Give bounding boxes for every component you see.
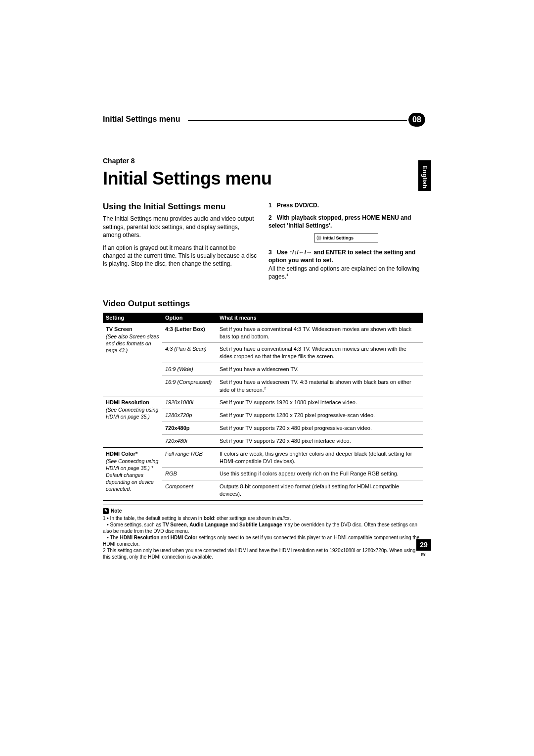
step-2-text: With playback stopped, press HOME MENU a… [268, 214, 411, 229]
setting-subnote: (See Connecting using HDMI on page 35.) … [106, 458, 159, 493]
video-output-table: Setting Option What it means TV Screen(S… [103, 313, 423, 501]
col-meaning: What it means [217, 313, 423, 323]
video-output-heading: Video Output settings [103, 298, 423, 310]
meaning-cell: Set if your TV supports 1920 x 1080 pixe… [217, 396, 423, 409]
option-text: 16:9 (Compressed) [165, 379, 212, 385]
meaning-cell: If colors are weak, this gives brighter … [217, 447, 423, 468]
page-number-box: 29 En [416, 539, 431, 558]
option-text: 4:3 (Letter Box) [165, 326, 205, 332]
option-cell: 1920x1080i [162, 396, 217, 409]
page-locale: En [416, 551, 431, 558]
option-cell: 720x480i [162, 434, 217, 447]
osd-initial-settings-box: Initial Settings [314, 234, 378, 242]
setting-cell: HDMI Color*(See Connecting using HDMI on… [103, 447, 162, 500]
n1p: HDMI Color [171, 535, 197, 540]
footref: 2 [264, 386, 266, 390]
option-text: Component [165, 483, 193, 489]
step-1-num: 1 [268, 202, 272, 209]
osd-label: Initial Settings [323, 235, 354, 241]
meaning-cell: Set if your TV supports 720 x 480 pixel … [217, 434, 423, 447]
svg-point-1 [318, 237, 319, 239]
step-1-text: Press DVD/CD. [277, 202, 319, 209]
using-p1: The Initial Settings menu provides audio… [103, 215, 258, 239]
header-band: Initial Settings menu 08 [103, 114, 423, 128]
setting-title: HDMI Resolution [106, 399, 149, 405]
option-text: 720x480i [165, 438, 187, 444]
gear-icon [316, 236, 321, 240]
option-text: 1280x720p [165, 412, 192, 418]
table-row: HDMI Resolution(See Connecting using HDM… [103, 396, 423, 409]
option-cell: 4:3 (Letter Box) [162, 323, 217, 343]
using-heading: Using the Initial Settings menu [103, 201, 258, 213]
n1n: HDMI Resolution [120, 535, 159, 540]
header-title: Initial Settings menu [99, 114, 188, 125]
meaning-cell: Set if you have a conventional 4:3 TV. W… [217, 343, 423, 363]
setting-subnote: (See Connecting using HDMI on page 35.) [106, 406, 159, 420]
note-1: 1 • In the table, the default setting is… [103, 515, 423, 547]
arrow-icons: ↑/↓/←/→ [289, 249, 312, 256]
page-number: 29 [416, 539, 431, 551]
option-text: 16:9 (Wide) [165, 366, 193, 372]
option-cell: 4:3 (Pan & Scan) [162, 343, 217, 363]
col-option: Option [162, 313, 217, 323]
note-label: ✎ Note [103, 508, 122, 514]
chapter-title: Initial Settings menu [103, 167, 423, 191]
step-3: 3 Use ↑/↓/←/→ and ENTER to select the se… [268, 248, 423, 281]
table-row: TV Screen(See also Screen sizes and disc… [103, 323, 423, 343]
note-2: 2 This setting can only be used when you… [103, 547, 423, 560]
chapter-number-badge: 08 [408, 113, 425, 127]
n1e: . [290, 516, 291, 521]
table-row: HDMI Color*(See Connecting using HDMI on… [103, 447, 423, 468]
left-column: Using the Initial Settings menu The Init… [103, 201, 258, 284]
option-cell: 720x480p [162, 422, 217, 434]
setting-title: HDMI Color* [106, 451, 137, 457]
step-3-desc: All the settings and options are explain… [268, 265, 420, 280]
option-cell: RGB [162, 468, 217, 480]
option-cell: Component [162, 480, 217, 501]
n1a: 1 • In the table, the default setting is… [103, 516, 204, 521]
right-column: 1 Press DVD/CD. 2 With playback stopped,… [268, 201, 423, 284]
n1m: • The [107, 535, 120, 540]
meaning-cell: Outputs 8-bit component video format (de… [217, 480, 423, 501]
n1k: Subtitle Language [239, 522, 282, 527]
step-3-num: 3 [268, 249, 272, 256]
option-cell: 16:9 (Compressed) [162, 376, 217, 396]
chapter-label: Chapter 8 [103, 156, 423, 166]
note-label-text: Note [111, 508, 122, 514]
n1i: Audio Language [189, 522, 228, 527]
setting-cell: TV Screen(See also Screen sizes and disc… [103, 323, 162, 396]
option-cell: Full range RGB [162, 447, 217, 468]
n1o: and [159, 535, 170, 540]
setting-title: TV Screen [106, 326, 133, 332]
setting-subnote: (See also Screen sizes and disc formats … [106, 333, 159, 354]
meaning-cell: Set if you have a conventional 4:3 TV. W… [217, 323, 423, 343]
setting-cell: HDMI Resolution(See Connecting using HDM… [103, 396, 162, 447]
meaning-cell: Use this setting if colors appear overly… [217, 468, 423, 480]
note-icon: ✎ [103, 508, 109, 514]
note-block: ✎ Note 1 • In the table, the default set… [103, 505, 423, 561]
option-text: 1920x1080i [165, 399, 193, 405]
n1j: and [228, 522, 239, 527]
meaning-cell: Set if your TV supports 1280 x 720 pixel… [217, 409, 423, 422]
step-1: 1 Press DVD/CD. [268, 201, 423, 209]
meaning-cell: Set if you have a widescreen TV. [217, 363, 423, 376]
svg-marker-0 [316, 236, 320, 240]
option-text: RGB [165, 471, 177, 476]
table-header-row: Setting Option What it means [103, 313, 423, 323]
step-2: 2 With playback stopped, press HOME MENU… [268, 214, 423, 230]
option-text: Full range RGB [165, 451, 203, 457]
n1d: italics [277, 516, 290, 521]
option-text: 4:3 (Pan & Scan) [165, 346, 207, 352]
step-2-num: 2 [268, 214, 272, 221]
step-3-footref: 1 [286, 273, 288, 277]
meaning-cell: Set if your TV supports 720 x 480 pixel … [217, 422, 423, 434]
n1c: : other settings are shown in [214, 516, 277, 521]
step-3-a: Use [277, 249, 289, 256]
n1f: • Some settings, such as [107, 522, 162, 527]
using-p2: If an option is grayed out it means that… [103, 244, 258, 268]
option-text: 720x480p [165, 425, 190, 431]
n1g: TV Screen [163, 522, 187, 527]
n1b: bold [204, 516, 214, 521]
col-setting: Setting [103, 313, 162, 323]
meaning-cell: Set if you have a widescreen TV. 4:3 mat… [217, 376, 423, 396]
